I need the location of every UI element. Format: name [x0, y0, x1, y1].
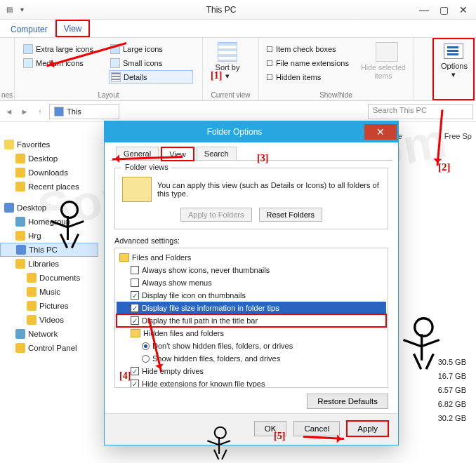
- stick-figure-decoration: [42, 196, 91, 260]
- dialog-close-button[interactable]: ✕: [364, 124, 397, 140]
- nav-back-button[interactable]: ◄: [3, 105, 15, 118]
- checkbox-hidden-items[interactable]: ☐Hidden items: [266, 70, 361, 84]
- stick-figure-decoration: [201, 424, 236, 464]
- user-icon: [15, 231, 25, 241]
- nav-forward-button[interactable]: ►: [18, 105, 31, 118]
- checkbox-icon: ✓: [131, 291, 139, 300]
- panes-group-label: nes: [0, 91, 14, 99]
- small-icon: [110, 58, 120, 68]
- minimize-button[interactable]: —: [414, 4, 434, 15]
- window-titlebar: ▤ ▾ This PC — ▢ ✕: [0, 0, 476, 20]
- checkbox-icon: ✓: [131, 316, 139, 325]
- checkbox-icon: ✓: [131, 304, 139, 312]
- adv-files-folders: Files and Folders: [117, 251, 386, 264]
- adv-display-size-tips[interactable]: ✓Display file size information in folder…: [117, 302, 386, 314]
- restore-defaults-button[interactable]: Restore Defaults: [307, 394, 388, 409]
- radio-icon: [142, 355, 150, 363]
- tree-videos[interactable]: Videos: [0, 313, 98, 327]
- tree-control-panel[interactable]: Control Panel: [0, 341, 98, 355]
- adv-display-full-path[interactable]: ✓Display the full path in the title bar: [117, 314, 386, 327]
- extra-large-icon: [23, 44, 33, 54]
- size-value: 30.2 GB: [438, 411, 466, 425]
- hide-selected-icon: [376, 42, 398, 62]
- layout-medium[interactable]: Medium icons: [22, 56, 106, 70]
- advanced-settings-label: Advanced settings:: [114, 236, 388, 245]
- checkbox-icon: [131, 279, 139, 287]
- ribbon-options-button[interactable]: Options ▾: [432, 38, 475, 100]
- annotation-4: [4]: [119, 370, 131, 382]
- radio-icon: [142, 342, 150, 350]
- checkbox-icon: ✓: [131, 367, 139, 375]
- dialog-tab-view[interactable]: View: [161, 147, 194, 161]
- address-bar: ◄ ► ↑ This Search This PC: [0, 101, 476, 122]
- tree-documents[interactable]: Documents: [0, 271, 98, 285]
- close-icon: ✕: [376, 126, 385, 137]
- adv-always-menus[interactable]: Always show menus: [117, 276, 386, 289]
- folder-icon: [131, 329, 140, 337]
- address-path[interactable]: This: [49, 104, 119, 119]
- medium-icon: [23, 58, 33, 68]
- nav-up-button[interactable]: ↑: [34, 105, 46, 118]
- checkbox-icon: [131, 266, 139, 274]
- search-input[interactable]: Search This PC: [368, 104, 473, 119]
- checkbox-file-name-extensions[interactable]: ☐File name extensions: [266, 56, 361, 70]
- showhide-group-label: Show/hide: [259, 91, 413, 99]
- hide-selected-button[interactable]: Hide selected items: [361, 63, 406, 80]
- folder-views-group: Folder views You can apply this view (su…: [114, 168, 388, 229]
- layout-details[interactable]: Details: [109, 70, 193, 84]
- folder-icon: [15, 182, 25, 192]
- tree-pictures[interactable]: Pictures: [0, 299, 98, 313]
- adv-hide-ext[interactable]: ✓Hide extensions for known file types: [117, 377, 386, 388]
- layout-extra-large[interactable]: Extra large icons: [22, 42, 106, 56]
- close-button[interactable]: ✕: [454, 4, 473, 15]
- annotation-1: [1]: [211, 70, 222, 81]
- adv-hidden-files-folders: Hidden files and folders: [117, 327, 386, 340]
- pc-icon: [54, 107, 64, 116]
- col-free-space[interactable]: Free Sp: [444, 132, 472, 140]
- annotation-5: [5]: [274, 431, 285, 442]
- checkbox-item-check-boxes[interactable]: ☐Item check boxes: [266, 42, 361, 56]
- dialog-button-row: OK Cancel Apply: [105, 413, 398, 445]
- checkbox-icon: ☐: [266, 73, 273, 82]
- folder-views-text: You can apply this view (such as Details…: [157, 181, 381, 198]
- pc-icon: [16, 245, 26, 255]
- folder-icon: [15, 154, 25, 163]
- tree-music[interactable]: Music: [0, 285, 98, 299]
- tree-favorites[interactable]: Favorites: [0, 137, 98, 152]
- adv-always-icons[interactable]: Always show icons, never thumbnails: [117, 264, 386, 276]
- tree-network[interactable]: Network: [0, 327, 98, 341]
- tab-computer[interactable]: Computer: [3, 21, 55, 37]
- folder-options-dialog: Folder Options ✕ General View Search Fol…: [104, 121, 399, 445]
- checkbox-icon: ☐: [266, 59, 273, 68]
- star-icon: [4, 140, 14, 149]
- apply-button[interactable]: Apply: [347, 421, 388, 436]
- ribbon-current-view-group: Sort by ▾ Current view: [203, 38, 259, 100]
- cancel-button[interactable]: Cancel: [293, 421, 340, 436]
- tree-downloads[interactable]: Downloads: [0, 166, 98, 180]
- folder-icon: [27, 287, 37, 297]
- current-view-group-label: Current view: [203, 91, 258, 99]
- details-icon: [111, 72, 121, 82]
- annotation-3: [3]: [257, 153, 268, 164]
- window-title: This PC: [28, 5, 414, 15]
- size-value: 6.82 GB: [438, 397, 466, 411]
- reset-folders-button[interactable]: Reset Folders: [259, 208, 322, 222]
- maximize-button[interactable]: ▢: [434, 4, 454, 15]
- layout-small[interactable]: Small icons: [109, 56, 193, 70]
- apply-to-folders-button[interactable]: Apply to Folders: [180, 208, 251, 222]
- folder-views-icon: [122, 177, 152, 202]
- tab-view[interactable]: View: [55, 20, 91, 37]
- tree-recent[interactable]: Recent places: [0, 180, 98, 194]
- dialog-tab-search[interactable]: Search: [197, 147, 237, 160]
- sort-by-icon: [218, 42, 237, 62]
- quick-access-icon[interactable]: ▾: [17, 5, 27, 15]
- folder-views-legend: Folder views: [122, 163, 171, 171]
- folder-icon: [119, 253, 129, 262]
- folder-icon: [15, 168, 25, 177]
- tree-desktop[interactable]: Desktop: [0, 152, 98, 166]
- dialog-titlebar[interactable]: Folder Options ✕: [105, 121, 398, 142]
- ribbon-showhide-group: ☐Item check boxes ☐File name extensions …: [259, 38, 414, 100]
- stick-figure-decoration: [394, 313, 448, 382]
- chevron-down-icon: ▾: [441, 70, 466, 79]
- adv-display-icon-thumb[interactable]: ✓Display file icon on thumbnails: [117, 289, 386, 302]
